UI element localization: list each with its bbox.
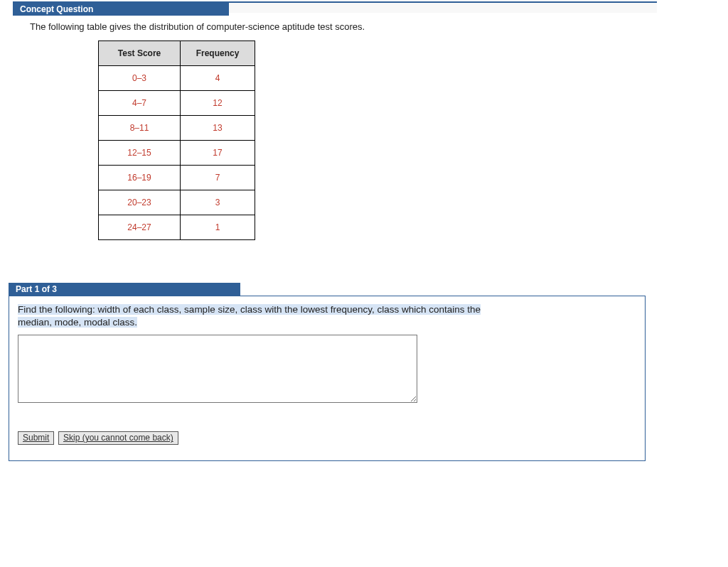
table-row: 20–23 3 (99, 190, 255, 215)
table-row: 24–27 1 (99, 215, 255, 240)
table-row: 0–3 4 (99, 66, 255, 91)
instruction-text: Find the following: width of each class,… (18, 303, 636, 329)
section-divider: Concept Question (13, 1, 657, 13)
skip-button[interactable]: Skip (you cannot come back) (58, 431, 178, 445)
part-header: Part 1 of 3 (9, 283, 240, 296)
table-row: 16–19 7 (99, 166, 255, 190)
table-row: 8–11 13 (99, 116, 255, 141)
table-row: 12–15 17 (99, 141, 255, 166)
button-row: Submit Skip (you cannot come back) (18, 431, 636, 445)
table-row: 4–7 12 (99, 91, 255, 116)
table-header-freq: Frequency (181, 41, 255, 66)
part-box: Find the following: width of each class,… (9, 296, 646, 461)
submit-button[interactable]: Submit (18, 431, 54, 445)
frequency-table: Test Score Frequency 0–3 4 4–7 12 8–11 1… (98, 40, 255, 240)
answer-textarea[interactable] (18, 335, 417, 403)
concept-question-header: Concept Question (13, 3, 229, 16)
table-header-score: Test Score (99, 41, 181, 66)
intro-text: The following table gives the distributi… (30, 21, 728, 32)
